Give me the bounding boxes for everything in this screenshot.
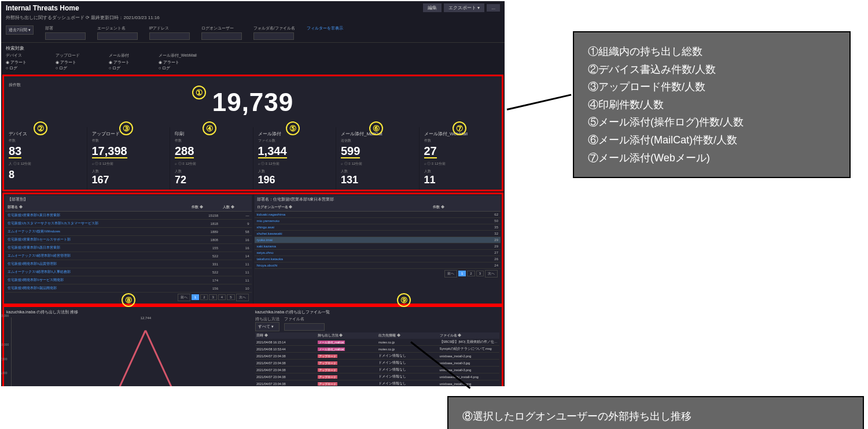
radio-row[interactable]: ◉ アラート: [6, 60, 27, 65]
table-row[interactable]: 住宅新規\\カスタマーサクセス本部\\カスタマーサービス部18189: [5, 220, 252, 228]
radio-row[interactable]: ○ ログ: [56, 65, 80, 71]
table-row[interactable]: エムオーテックス\\経理本部\\経営管理部52214: [5, 252, 252, 260]
pager-item[interactable]: 次へ: [485, 270, 498, 278]
file-name: unixbase_install-1.png: [439, 380, 500, 387]
column-header[interactable]: 部署名 ◆: [5, 204, 189, 212]
pager-item[interactable]: 2: [467, 271, 475, 276]
table-cell: 29: [431, 237, 501, 243]
table-row[interactable]: 2021/04/07 23:04:38 アップロード ドメイン情報なし unix…: [255, 360, 499, 367]
export-button[interactable]: エクスポート ▾: [444, 3, 484, 12]
table-row[interactable]: takafumi.kataoka26: [255, 256, 501, 262]
chart-line: [12, 330, 246, 386]
column-header[interactable]: 日時 ◆: [255, 332, 317, 339]
table-row[interactable]: 2021/04/07 23:04:38 アップロード ドメイン情報なし unix…: [255, 373, 499, 380]
ip-input[interactable]: [149, 32, 190, 40]
table-row[interactable]: 2021/04/07 23:04:38 アップロード ドメイン情報なし unix…: [255, 367, 499, 373]
dept-table-title: 【部署別】: [5, 195, 252, 204]
user-input[interactable]: [201, 32, 242, 40]
method-select[interactable]: すべて ▾: [255, 322, 279, 331]
table-row[interactable]: 住宅新規\\営業本部\\セールスサポート部180816: [5, 236, 252, 244]
filter-bar: 過去7日間 ▾ 部署 エージェント名 IPアドレス ログオンユーザー フォルダ名…: [1, 23, 505, 43]
period-select[interactable]: 過去7日間 ▾: [6, 25, 34, 35]
user-table-title: 部署名：住宅新規\\営業本部\\東日本営業部: [255, 195, 501, 204]
table-cell: エムオーテックス\\技術\\Windows: [5, 228, 189, 236]
table-row[interactable]: shingo.asai35: [255, 224, 501, 231]
agent-input[interactable]: [97, 32, 138, 40]
panel-toolbar[interactable]: ⌕ ⓘ ≡ 12分前: [258, 161, 332, 167]
table-row[interactable]: 2021/04/08 16:15:14 メール添付_mailcat motex.…: [255, 339, 499, 346]
table-row[interactable]: 2021/04/08 10:53:44 メール添付_mailcat motex.…: [255, 346, 499, 353]
pager-item[interactable]: 前へ: [444, 270, 457, 278]
file-name: unixbase_install-2.png: [439, 353, 500, 360]
table-row[interactable]: 住宅新規\\開発本部\\品質管理部33111: [5, 260, 252, 268]
column-header[interactable]: 件数 ◆: [431, 204, 501, 212]
table-cell: 16: [220, 236, 252, 244]
pager-item[interactable]: 前へ: [178, 294, 190, 301]
table-row[interactable]: hiroya.obuchi24: [255, 262, 501, 269]
radio-row[interactable]: ◉ アラート: [109, 60, 130, 65]
table-row[interactable]: エムオーテックス\\技術\\Windows188958: [5, 228, 252, 236]
metric-panel: アップロード 件数 17,398 ⌕ ⓘ ≡ 12分前 人数 167: [87, 127, 171, 190]
pager-item[interactable]: 1: [192, 294, 199, 300]
panel-sublabel: ファイル数: [258, 138, 332, 143]
pager-item[interactable]: 3: [209, 294, 216, 300]
table-row[interactable]: saki.kazama29: [255, 243, 501, 250]
callout-line: ③アップロード件数/人数: [588, 78, 836, 96]
file-name: Syncpitの紹介チラシについて.msg: [439, 346, 500, 353]
table-cell: 住宅新規\\開発本部\\サービス開発部: [5, 276, 189, 284]
panel-toolbar[interactable]: ⌕ ⓘ ≡ 12分前: [92, 161, 165, 167]
column-header[interactable]: 出力先情報 ◆: [377, 332, 439, 339]
folder-input[interactable]: [253, 32, 294, 40]
radio-row[interactable]: ○ ログ: [109, 65, 130, 71]
table-row[interactable]: 住宅新規\\開発本部\\サービス開発部17411: [5, 276, 252, 284]
pager-item[interactable]: 3: [476, 271, 484, 276]
table-row[interactable]: エムオーテックス\\経理本部\\人事総務部52211: [5, 268, 252, 276]
panel-toolbar[interactable]: ⌕ ⓘ ≡ 12分前: [424, 161, 498, 167]
table-cell: 11: [220, 268, 252, 276]
pager-item[interactable]: 5: [227, 294, 234, 300]
panel-toolbar[interactable]: 人 ⓘ ≡ 12分前: [9, 161, 82, 167]
table-row[interactable]: ryoko.imai29: [255, 237, 501, 243]
method-label: 持ち出し方法: [255, 316, 279, 322]
table-row[interactable]: seiya.ohno27: [255, 250, 501, 256]
column-header[interactable]: ファイル名 ◆: [439, 332, 500, 339]
radio-row[interactable]: ○ ログ: [159, 65, 197, 71]
table-cell: 1889: [189, 228, 220, 236]
column-header[interactable]: 人数 ◆: [220, 204, 252, 212]
metric-panel: メール添付_WebMail 件数 27 ⌕ ⓘ ≡ 12分前 人数 11: [420, 127, 502, 190]
panel-sublabel-2: 人数: [175, 169, 248, 174]
pager-item[interactable]: 次へ: [236, 294, 249, 301]
y-tick: 2,500: [1, 386, 8, 386]
table-cell: shohei.kawasaki: [255, 231, 431, 237]
radio-row[interactable]: ○ ログ: [6, 65, 27, 71]
file-input[interactable]: [284, 323, 325, 331]
callout-line: ④印刷件数/人数: [588, 96, 836, 114]
radio-row[interactable]: ◉ アラート: [159, 60, 197, 65]
dept-input[interactable]: [45, 32, 86, 40]
panel-toolbar[interactable]: ⌕ ⓘ ≡ 12分前: [341, 161, 414, 167]
panel-sublabel: 件数: [9, 138, 82, 143]
marker-7: ⑦: [453, 121, 466, 135]
files-table: 日時 ◆持ち出し方法 ◆出力先情報 ◆ファイル名 ◆ 2021/04/08 16…: [255, 332, 499, 386]
pager-item[interactable]: 4: [218, 294, 226, 300]
table-cell: 住宅新規\\カスタマーサクセス本部\\カスタマーサービス部: [5, 220, 189, 228]
table-row[interactable]: 2021/04/07 23:04:38 アップロード ドメイン情報なし unix…: [255, 353, 499, 360]
panel-toolbar[interactable]: ⌕ ⓘ ≡ 12分前: [175, 161, 248, 167]
table-row[interactable]: 住宅新規\\開発本部\\製品開発部15610: [5, 284, 252, 293]
pager-item[interactable]: 1: [458, 271, 466, 276]
radio-row[interactable]: ◉ アラート: [56, 60, 80, 65]
pager-item[interactable]: 2: [200, 294, 208, 300]
edit-button[interactable]: 編集: [423, 3, 442, 12]
table-row[interactable]: mio.yamamoto50: [255, 218, 501, 224]
table-row[interactable]: shohei.kawasaki32: [255, 231, 501, 237]
column-header[interactable]: 件数 ◆: [189, 204, 220, 212]
column-header[interactable]: 持ち出し方法 ◆: [317, 332, 378, 339]
table-row[interactable]: 住宅新規\\営業本部\\東日本営業部15158—: [5, 212, 252, 220]
hide-filters-link[interactable]: フィルターを非表示: [307, 25, 343, 31]
more-button[interactable]: ...: [487, 4, 500, 12]
table-cell: 15158: [189, 212, 220, 220]
column-header[interactable]: ログオンユーザー名 ◆: [255, 204, 431, 212]
total-panel: 操作数 19,739: [4, 76, 502, 127]
table-row[interactable]: 住宅新規\\営業本部\\西日本営業部15516: [5, 244, 252, 252]
table-row[interactable]: kiduaki.nagashima62: [255, 212, 501, 218]
